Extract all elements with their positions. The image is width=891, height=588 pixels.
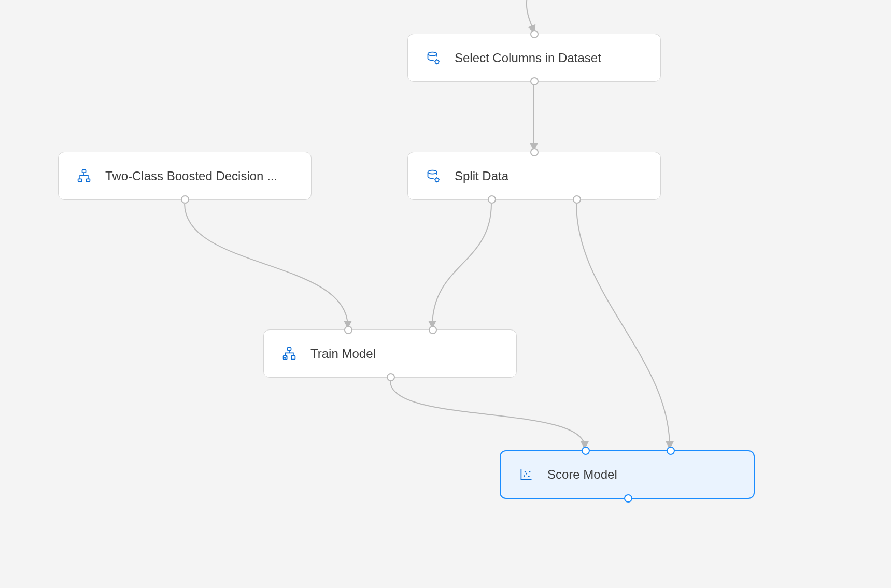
edge-split-data-to-train-model [432,204,491,326]
edge-split-data-to-score-model [576,204,670,447]
svg-rect-9 [291,355,295,359]
output-port[interactable] [624,494,632,503]
node-label: Score Model [547,467,617,482]
input-port-2[interactable] [667,447,675,455]
node-label: Select Columns in Dataset [455,51,601,65]
svg-point-0 [428,52,437,55]
node-label: Train Model [310,347,376,361]
svg-rect-5 [78,179,82,181]
edge-two-class-to-train-model [185,204,348,326]
edges-layer [0,0,891,588]
output-port-2[interactable] [573,195,581,204]
node-two-class-boosted-decision[interactable]: Two-Class Boosted Decision ... [58,152,312,200]
node-select-columns-in-dataset[interactable]: Select Columns in Dataset [407,34,661,82]
node-score-model[interactable]: Score Model [500,450,755,499]
input-port-1[interactable] [582,447,590,455]
node-label: Split Data [455,169,508,183]
svg-point-11 [526,473,527,475]
svg-point-13 [529,471,531,472]
node-label: Two-Class Boosted Decision ... [105,169,277,183]
data-gear-icon [426,168,441,184]
output-port[interactable] [387,373,395,381]
input-port[interactable] [530,30,539,38]
node-train-model[interactable]: Train Model [263,329,517,378]
train-icon [281,346,297,362]
output-port[interactable] [530,77,539,85]
pipeline-canvas[interactable]: Select Columns in Dataset Split Data [0,0,891,588]
svg-rect-4 [82,169,86,172]
input-port[interactable] [530,148,539,156]
output-port-1[interactable] [488,195,496,204]
input-port-2[interactable] [429,326,437,334]
edge-train-model-to-score-model [390,381,585,447]
data-gear-icon [426,50,441,66]
scatter-icon [518,467,534,482]
svg-rect-7 [288,347,291,350]
node-split-data[interactable]: Split Data [407,152,661,200]
edge-incoming-select-columns [527,0,534,31]
tree-icon [76,168,92,184]
svg-point-12 [528,476,530,477]
output-port[interactable] [181,195,189,204]
svg-point-14 [525,471,526,472]
input-port-1[interactable] [344,326,352,334]
svg-rect-6 [86,179,90,181]
svg-point-2 [428,170,437,174]
svg-point-10 [524,475,525,477]
